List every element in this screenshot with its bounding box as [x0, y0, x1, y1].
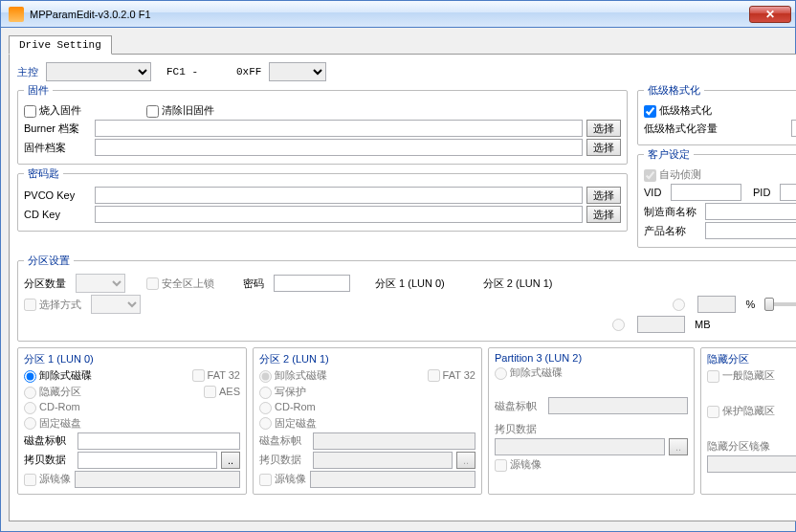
p3-copy-l: 拷贝数据 [495, 422, 544, 436]
hp-img-label: 隐藏分区镜像 [707, 439, 770, 454]
app-icon [9, 7, 24, 22]
vid-label: VID [644, 187, 667, 198]
burner-browse-button[interactable]: 选择 [586, 120, 621, 137]
p2-copy-input [313, 452, 453, 469]
hp-img-input [707, 455, 796, 473]
p1-removable-label[interactable]: 卸除式磁碟 [24, 368, 92, 383]
firmware-group: 固件 烧入固件 清除旧固件 Burner 档案 选择 [17, 83, 628, 165]
p1-disklabel-l: 磁盘标帜 [24, 433, 74, 448]
cdkey-input[interactable] [95, 206, 583, 223]
archive-input[interactable] [95, 139, 583, 156]
p2-fix-radio [259, 417, 272, 430]
p1-fix-label: 固定磁盘 [24, 416, 81, 431]
p1-label: 分区 1 (LUN 0) [375, 277, 445, 291]
hp-protect-check [707, 406, 719, 418]
p1-removable-radio[interactable] [24, 370, 36, 383]
customer-group: 客户设定 自动侦测 VID PID 制造商名称 产品名称 [637, 147, 796, 248]
p1-hide-label: 隐藏分区 [24, 385, 81, 399]
password-group: 密码匙 PVCO Key 选择 CD Key 选择 [17, 166, 628, 232]
hex-select[interactable] [269, 62, 326, 81]
p2-wp-label: 写保护 [259, 385, 306, 399]
cdkey-label: CD Key [24, 209, 91, 220]
p1-aes-check [204, 386, 216, 398]
tabstrip: Drive Setting [9, 35, 796, 55]
vendor-input[interactable] [705, 203, 796, 220]
auto-detect-label: 自动侦测 [644, 167, 701, 182]
p2-removable-label: 卸除式磁碟 [259, 368, 327, 383]
pct-radio [673, 299, 685, 311]
app-window: MPParamEdit-v3.0.2.0 F1 ✕ Drive Setting … [0, 0, 796, 532]
p3-disklabel-input [548, 397, 688, 414]
product-label: 产品名称 [644, 224, 701, 238]
clear-checkbox[interactable] [146, 105, 159, 118]
mode-check [24, 299, 36, 311]
fc-label: FC1 - [166, 66, 198, 78]
p1-fat-check [192, 369, 205, 382]
p2-fat-label: FAT 32 [428, 369, 475, 383]
burner-label: Burner 档案 [24, 122, 91, 136]
hp-header: 隐藏分区 [707, 352, 796, 366]
controller-select[interactable] [46, 62, 151, 81]
p1-copy-browse-button[interactable]: .. [221, 452, 240, 469]
close-button[interactable]: ✕ [749, 6, 791, 23]
pvco-input[interactable] [95, 187, 583, 204]
cdkey-browse-button[interactable]: 选择 [586, 206, 621, 223]
firmware-legend: 固件 [24, 83, 53, 98]
hex-label: 0xFF [236, 66, 261, 78]
tab-body: 主控 FC1 - 0xFF 固件 烧入固件 清除旧固 [9, 54, 796, 521]
clear-checkbox-label[interactable]: 清除旧固件 [146, 103, 214, 118]
pvco-browse-button[interactable]: 选择 [586, 187, 621, 204]
main-controller-label: 主控 [17, 65, 38, 79]
client-area: Drive Setting 主控 FC1 - 0xFF 固件 [1, 28, 795, 531]
burner-input[interactable] [95, 120, 583, 137]
p1-copy-input[interactable] [77, 452, 217, 469]
p3-removable-label: 卸除式磁碟 [495, 366, 563, 380]
size-slider[interactable] [764, 302, 796, 306]
p1-mb-input [637, 316, 685, 333]
safe-lock-check [146, 277, 159, 290]
p1-disklabel-input[interactable] [77, 432, 240, 450]
partition2-group: 分区 2 (LUN 1) 卸除式磁碟FAT 32 写保护 CD-Rom 固定磁盘… [253, 347, 482, 495]
product-input[interactable] [705, 222, 796, 239]
customer-legend: 客户设定 [644, 147, 694, 162]
burn-checkbox-label[interactable]: 烧入固件 [24, 103, 81, 118]
p1-header: 分区 1 (LUN 0) [24, 352, 240, 366]
p2-copy-browse-button: .. [456, 452, 475, 469]
lowlevel-group: 低级格式化 低级格式化 低级格式化容量 MB [637, 83, 796, 145]
tab-drive-setting[interactable]: Drive Setting [9, 35, 112, 55]
partition-settings-group: 分区设置 分区数量 安全区上锁 密码 分区 1 (LUN 0) 分区 2 (LU… [17, 254, 796, 342]
partition3-group: Partition 3 (LUN 2) 卸除式磁碟 磁盘标帜 拷贝数据 .. 源… [488, 347, 695, 495]
qty-select[interactable] [76, 274, 125, 293]
p2-src-label: 源镜像 [259, 472, 306, 486]
vid-input[interactable] [671, 184, 741, 201]
hidden-partition-group: 隐藏分区 一般隐藏区 KB 保护隐藏区 KB 隐藏分区镜像 .. [700, 347, 796, 495]
ll-cap-input[interactable] [791, 120, 797, 137]
burn-checkbox[interactable] [24, 105, 36, 118]
pvco-label: PVCO Key [24, 189, 91, 201]
p3-removable-radio [495, 367, 507, 380]
auto-detect-check [644, 169, 656, 182]
titlebar: MPParamEdit-v3.0.2.0 F1 ✕ [1, 1, 795, 28]
archive-browse-button[interactable]: 选择 [586, 139, 621, 156]
slider-thumb-icon[interactable] [764, 298, 774, 311]
lowlevel-check[interactable] [644, 105, 656, 118]
partset-legend: 分区设置 [24, 254, 74, 268]
pid-input[interactable] [780, 184, 796, 201]
window-title: MPParamEdit-v3.0.2.0 F1 [30, 9, 749, 20]
p2-fat-check [428, 369, 440, 382]
qty-label: 分区数量 [24, 277, 66, 291]
vendor-label: 制造商名称 [644, 205, 701, 219]
p1-copy-l: 拷贝数据 [24, 453, 74, 467]
p3-src-label: 源镜像 [495, 457, 542, 472]
mode-select[interactable] [91, 295, 141, 314]
p2-src-input [310, 471, 475, 488]
p1-src-input [75, 471, 240, 488]
p2-fix-label: 固定磁盘 [259, 416, 317, 431]
p2-wp-radio [259, 387, 272, 399]
p2-disklabel-input [313, 432, 475, 450]
p2-removable-radio [259, 370, 272, 383]
pwd-input[interactable] [274, 275, 350, 292]
lowlevel-check-label[interactable]: 低级格式化 [644, 103, 712, 118]
archive-label: 固件档案 [24, 141, 91, 155]
p1-fat-label: FAT 32 [192, 369, 240, 383]
